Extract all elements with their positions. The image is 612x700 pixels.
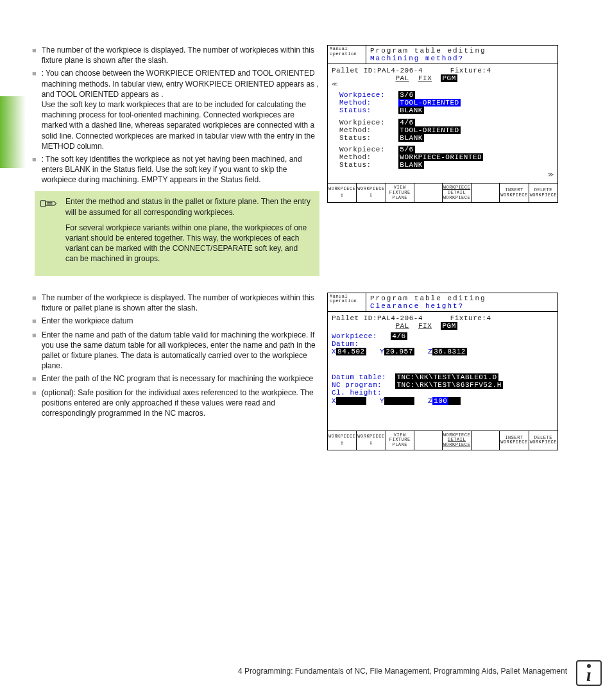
wp-value: 4/6 xyxy=(391,332,407,340)
z-value: 36.8312 xyxy=(432,348,467,355)
wp-label: Workpiece: xyxy=(339,91,385,99)
bullet-method: ■ : You can choose between the WORKPIECE… xyxy=(32,68,319,151)
bullet-square-icon: ■ xyxy=(32,330,37,371)
softkey-workpiece-up[interactable]: WORKPIECE⇧ xyxy=(328,431,357,450)
x-value: 84.502 xyxy=(336,348,366,355)
softkey-row: WORKPIECE⇧ WORKPIECE⇩ VIEWFIXTUREPLANE W… xyxy=(328,431,557,450)
softkey-workpiece-detail[interactable]: WORKPIECEDETAILWORKPIECE xyxy=(443,431,472,450)
bullet-square-icon: ■ xyxy=(32,316,37,327)
cnc-screenshot-1: Manual operation Program table editing M… xyxy=(327,45,558,203)
cl-label: Cl. height: xyxy=(332,389,382,397)
cnc-screenshot-2: Manual operation Program table editing C… xyxy=(327,293,558,450)
bullet-workpiece-count2: ■ The number of the workpiece is display… xyxy=(32,293,319,313)
cnc-subtitle: Machining method? xyxy=(370,55,554,62)
cnc-mode-label: Manual operation xyxy=(328,293,366,311)
bullet-datum: ■ Enter the workpiece datum xyxy=(32,316,319,327)
softkey-workpiece-up[interactable]: WORKPIECE⇧ xyxy=(328,184,357,202)
cx-value xyxy=(336,397,366,405)
softkey-view-fixture[interactable]: VIEWFIXTUREPLANE xyxy=(386,184,414,202)
status-value: BLANK xyxy=(398,107,424,114)
wp-value: 4/6 xyxy=(398,119,414,126)
pointing-hand-icon xyxy=(40,196,59,269)
bullet-square-icon: ■ xyxy=(32,373,37,385)
method-desc-a: : You can choose between the WORKPIECE O… xyxy=(42,69,319,98)
method-desc-b: Use the soft key to mark workpieces that… xyxy=(42,100,315,151)
method-value: TOOL-ORIENTED xyxy=(398,126,460,134)
scroll-right-icon: ≫ xyxy=(332,173,554,179)
side-accent xyxy=(0,96,26,168)
softkey-insert[interactable]: INSERTWORKPIECE xyxy=(500,431,529,450)
status-value: BLANK xyxy=(398,161,424,169)
arrow-up-icon: ⇧ xyxy=(328,192,355,199)
dtable-label: Datum table: xyxy=(332,373,386,381)
wp-label: Workpiece: xyxy=(332,332,377,340)
bullet-square-icon: ■ xyxy=(32,45,37,65)
arrow-down-icon: ⇩ xyxy=(357,192,384,199)
note-box: Enter the method and status in the palle… xyxy=(35,191,319,275)
scroll-left-icon: ≪ xyxy=(332,82,554,89)
svg-rect-0 xyxy=(41,201,46,207)
cnc-title: Program table editing xyxy=(370,295,554,302)
wp-value: 3/6 xyxy=(398,91,414,99)
ncprog-label: NC program: xyxy=(332,381,382,389)
bullet-text: The number of the workpiece is displayed… xyxy=(42,45,319,65)
note-body: Enter the method and status in the palle… xyxy=(65,196,312,269)
bullet-text: The number of the workpiece is displayed… xyxy=(42,293,319,313)
note-p2: For several workpiece variants within on… xyxy=(65,223,312,264)
wp-label: Workpiece: xyxy=(339,146,385,153)
cz-value: 100 xyxy=(432,397,448,405)
bullet-text: Enter the workpiece datum xyxy=(42,316,319,327)
wp-value: 5/6 xyxy=(398,146,414,153)
softkey-delete[interactable]: DELETEWORKPIECE xyxy=(529,184,557,202)
page-footer: 4 Programming: Fundamentals of NC, File … xyxy=(238,667,567,676)
cy-value xyxy=(384,397,414,405)
status-label: Status: xyxy=(339,161,371,169)
y-value: 20.957 xyxy=(384,348,414,355)
upper-text-column: ■ The number of the workpiece is display… xyxy=(32,45,319,285)
datum-label: Datum: xyxy=(332,340,359,348)
softkey-row: WORKPIECE⇧ WORKPIECE⇩ VIEWFIXTUREPLANE W… xyxy=(328,183,557,202)
cnc-header-row: Pallet ID:PAL4-206-4 Fixture:4 xyxy=(332,67,554,74)
bullet-nc-program: ■ Enter the path of the NC program that … xyxy=(32,373,319,385)
softkey-empty xyxy=(414,431,443,450)
softkey-view-fixture[interactable]: VIEWFIXTUREPLANE xyxy=(386,431,414,450)
method-label: Method: xyxy=(339,99,371,107)
lower-section: ■ The number of the workpiece is display… xyxy=(32,293,593,459)
status-value: BLANK xyxy=(398,134,424,142)
method-value: WORKPIECE-ORIENTED xyxy=(398,153,483,161)
softkey-empty xyxy=(472,431,500,450)
info-icon: ı xyxy=(576,660,602,686)
cnc-tabs: PAL FIX PGM xyxy=(332,74,554,82)
bullet-square-icon: ■ xyxy=(32,68,37,151)
upper-section: ■ The number of the workpiece is display… xyxy=(32,45,593,285)
method-label: Method: xyxy=(339,126,371,134)
softkey-empty xyxy=(472,184,500,202)
method-label: Method: xyxy=(339,153,371,161)
bullet-text: (optional): Safe position for the indivi… xyxy=(42,388,319,419)
bullet-text: : The soft key identifies the workpiece … xyxy=(42,154,319,185)
softkey-workpiece-down[interactable]: WORKPIECE⇩ xyxy=(357,431,386,450)
bullet-text: Enter the name and path of the datum tab… xyxy=(42,330,319,371)
bullet-square-icon: ■ xyxy=(32,154,37,185)
softkey-delete[interactable]: DELETEWORKPIECE xyxy=(529,431,557,450)
softkey-insert[interactable]: INSERTWORKPIECE xyxy=(500,184,529,202)
cnc-subtitle: Clearance height? xyxy=(370,302,554,310)
cnc-title: Program table editing xyxy=(370,47,554,55)
cnc-tabs: PAL FIX PGM xyxy=(332,322,554,330)
softkey-workpiece-detail[interactable]: WORKPIECEDETAILWORKPIECE xyxy=(443,184,472,202)
status-label: Status: xyxy=(339,107,371,114)
bullet-text: Enter the path of the NC program that is… xyxy=(42,373,319,385)
wp-label: Workpiece: xyxy=(339,119,385,126)
softkey-workpiece-down[interactable]: WORKPIECE⇩ xyxy=(357,184,386,202)
status-label: Status: xyxy=(339,134,371,142)
ncprog-value: TNC:\RK\TEST\863FFV52.H xyxy=(395,381,502,389)
method-value: TOOL-ORIENTED xyxy=(398,99,460,107)
note-p1: Enter the method and status in the palle… xyxy=(65,196,312,217)
bullet-safe-position: ■ (optional): Safe position for the indi… xyxy=(32,388,319,419)
bullet-text: : You can choose between the WORKPIECE O… xyxy=(42,68,319,151)
arrow-up-icon: ⇧ xyxy=(328,440,355,447)
dtable-value: TNC:\RK\TEST\TABLE01.D xyxy=(395,373,498,381)
cnc-mode-label: Manual operation xyxy=(328,46,366,64)
bullet-status: ■ : The soft key identifies the workpiec… xyxy=(32,154,319,185)
cnc-header-row: Pallet ID:PAL4-206-4 Fixture:4 xyxy=(332,314,554,322)
